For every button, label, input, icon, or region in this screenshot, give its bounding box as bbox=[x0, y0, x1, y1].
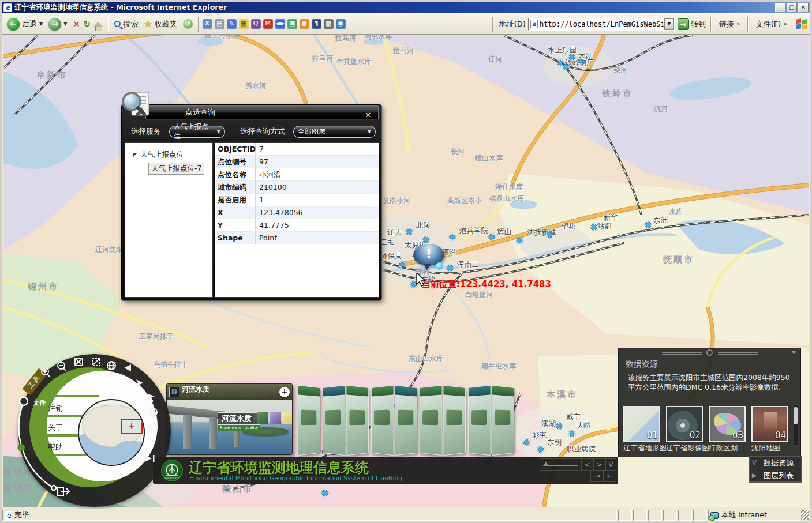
attribute-name-cell[interactable]: 点位编号 bbox=[215, 156, 256, 168]
forward-button[interactable]: → ▼ bbox=[46, 17, 70, 32]
shift-left-button[interactable]: ← bbox=[604, 471, 616, 482]
monitoring-point-marker[interactable] bbox=[536, 445, 545, 454]
monitoring-point-marker[interactable] bbox=[515, 236, 524, 245]
attribute-value-cell[interactable]: 41.7775 bbox=[256, 219, 298, 231]
ball-icon[interactable]: ● bbox=[300, 19, 309, 29]
address-dropdown-button[interactable]: ▼ bbox=[664, 18, 674, 30]
favorites-button[interactable]: ★ 收藏夹 bbox=[141, 17, 179, 31]
attribute-name-cell[interactable]: OBJECTID bbox=[215, 143, 256, 155]
panel-toggle-button[interactable]: V 数据资源 bbox=[750, 457, 801, 469]
service-select[interactable]: 大气上报点位▼ bbox=[169, 126, 225, 138]
attribute-row[interactable]: 点位名称 小河沿 bbox=[215, 168, 379, 181]
window-title-bar[interactable]: e 辽宁省环境监测地理信息系统 - Microsoft Internet Exp… bbox=[2, 2, 810, 13]
world-icon[interactable]: ◉ bbox=[336, 19, 346, 29]
resource-thumbnail[interactable]: 01 bbox=[623, 406, 660, 442]
monitoring-point-marker[interactable] bbox=[562, 62, 571, 72]
attribute-row[interactable]: 城市编码 210100 bbox=[215, 181, 379, 194]
card-add-button[interactable]: + bbox=[279, 387, 290, 397]
print-icon[interactable]: ▤ bbox=[215, 19, 224, 29]
monitoring-point-marker[interactable] bbox=[405, 227, 414, 236]
messenger-icon[interactable]: Q bbox=[251, 19, 261, 29]
attribute-value-cell[interactable]: Point bbox=[256, 232, 298, 244]
toggle-key[interactable]: ▶ bbox=[750, 469, 759, 481]
home-button[interactable] bbox=[91, 21, 106, 28]
monitoring-point-marker[interactable] bbox=[576, 57, 585, 66]
panel-toggle-button[interactable]: ▶ 图层列表 bbox=[750, 469, 801, 482]
stop-button[interactable]: ✕ bbox=[70, 18, 80, 31]
monitoring-point-marker[interactable] bbox=[421, 235, 431, 244]
monitoring-point-marker[interactable] bbox=[555, 422, 564, 431]
back-button[interactable]: ← 后退 ▼ bbox=[4, 17, 46, 32]
carousel-card[interactable] bbox=[346, 385, 369, 456]
carousel-main-card[interactable]: 环境 监测 河流水质 Liaoning Environmental Monito… bbox=[166, 383, 293, 455]
edit-icon[interactable]: ✎ bbox=[227, 19, 237, 29]
dialog-close-button[interactable]: ✕ bbox=[364, 108, 372, 122]
carousel-card[interactable] bbox=[298, 385, 320, 456]
history-button[interactable]: ↺ bbox=[180, 18, 196, 30]
file-menu[interactable]: 文件(F) » bbox=[753, 18, 789, 31]
resize-grip[interactable] bbox=[801, 510, 809, 520]
address-input[interactable]: e http://localhost/LnPemGisWebSite/Defau… bbox=[528, 18, 675, 31]
carousel-card[interactable] bbox=[323, 385, 345, 456]
monitoring-point-marker[interactable] bbox=[446, 264, 455, 273]
monitoring-point-marker[interactable] bbox=[545, 230, 555, 239]
query-mode-select[interactable]: 全部图层▼ bbox=[293, 126, 376, 138]
maximize-button[interactable]: □ bbox=[787, 3, 797, 12]
selected-point-balloon-icon[interactable]: ! bbox=[413, 244, 444, 266]
carousel-card[interactable] bbox=[492, 385, 514, 456]
monitoring-point-marker[interactable] bbox=[567, 52, 577, 62]
carousel-collapse-button[interactable]: V bbox=[605, 458, 616, 471]
links-menu[interactable]: 链接 » bbox=[716, 18, 743, 31]
attribute-value-cell[interactable]: 123.478056 bbox=[256, 206, 298, 219]
monitoring-point-marker[interactable] bbox=[320, 488, 330, 498]
monitoring-point-marker[interactable] bbox=[643, 220, 653, 229]
attribute-value-cell[interactable]: 210100 bbox=[256, 181, 298, 193]
attribute-row[interactable]: Y 41.7775 bbox=[215, 219, 379, 232]
panel-collapse-button[interactable]: ▼ bbox=[792, 349, 796, 355]
attribute-value-cell[interactable]: 1 bbox=[256, 194, 298, 206]
mail-icon[interactable]: ✉ bbox=[203, 19, 212, 29]
tree-child-item[interactable]: 大气上报点位-7 bbox=[148, 163, 204, 175]
shift-right-button[interactable]: → bbox=[590, 471, 604, 482]
forward-dropdown-icon[interactable]: ▼ bbox=[63, 21, 67, 27]
qr-icon[interactable]: ▩ bbox=[324, 19, 334, 29]
attribute-row[interactable]: 点位编号 97 bbox=[215, 156, 379, 168]
dialog-title-bar[interactable]: 点选查询 ✕ bbox=[145, 105, 379, 120]
carousel-card[interactable] bbox=[443, 385, 466, 456]
attribute-name-cell[interactable]: Shape bbox=[215, 232, 256, 244]
attribute-name-cell[interactable]: 是否启用 bbox=[215, 194, 256, 206]
monitoring-point-marker[interactable] bbox=[398, 260, 407, 269]
carousel-prev-button[interactable]: < bbox=[581, 458, 593, 471]
carousel-card[interactable] bbox=[371, 385, 394, 456]
resource-item[interactable]: 01 辽宁省地形图 bbox=[623, 406, 661, 453]
attribute-value-cell[interactable]: 97 bbox=[256, 156, 298, 168]
monitoring-point-marker[interactable] bbox=[567, 429, 577, 438]
carousel-slider[interactable] bbox=[540, 458, 581, 471]
attribute-row[interactable]: 是否启用 1 bbox=[215, 194, 379, 206]
research-icon[interactable]: ¶ bbox=[312, 19, 321, 29]
carousel-card[interactable] bbox=[468, 385, 491, 456]
resource-thumbnail[interactable]: 03 bbox=[709, 406, 746, 442]
attribute-value-cell[interactable]: 7 bbox=[256, 143, 298, 155]
toggle-key[interactable]: V bbox=[750, 457, 759, 469]
resource-item[interactable]: 03 行政区划 bbox=[709, 406, 747, 453]
monitoring-point-marker[interactable] bbox=[409, 280, 418, 289]
resource-thumbnail[interactable]: 02 bbox=[666, 406, 703, 442]
carousel-card[interactable] bbox=[420, 385, 442, 456]
attribute-name-cell[interactable]: Y bbox=[215, 219, 256, 231]
scrollbar-thumb[interactable] bbox=[794, 407, 798, 424]
attribute-name-cell[interactable]: 城市编码 bbox=[215, 181, 256, 193]
search-button[interactable]: 搜索 bbox=[111, 18, 141, 31]
attribute-name-cell[interactable]: 点位名称 bbox=[215, 168, 256, 180]
tree-root-item[interactable]: 大气上报点位 bbox=[133, 150, 212, 160]
attribute-row[interactable]: Shape Point bbox=[215, 232, 379, 244]
image-icon[interactable]: ▣ bbox=[287, 19, 297, 29]
monitoring-point-marker[interactable] bbox=[487, 232, 496, 242]
media-icon[interactable]: ◄► bbox=[275, 19, 285, 29]
msn-icon[interactable]: M bbox=[263, 19, 273, 29]
carousel-card[interactable] bbox=[395, 385, 417, 456]
resource-thumbnail[interactable]: 04 bbox=[751, 406, 788, 442]
attribute-row[interactable]: OBJECTID 7 bbox=[215, 143, 379, 156]
resource-item[interactable]: 04 沈阳地图 bbox=[751, 406, 789, 453]
attribute-value-cell[interactable]: 小河沿 bbox=[256, 168, 298, 180]
